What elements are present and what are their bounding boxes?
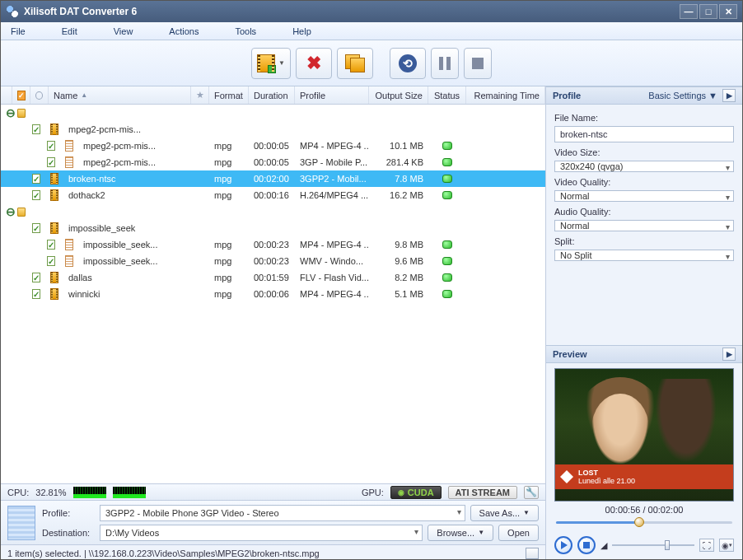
filename-label: File Name: <box>554 113 734 123</box>
row-duration: 00:00:05 <box>249 138 295 154</box>
maximize-button[interactable]: □ <box>699 4 717 19</box>
row-checkbox[interactable]: ✓ <box>27 121 45 138</box>
gpu-label: GPU: <box>362 488 384 497</box>
tree-expander[interactable]: ⊖ <box>1 203 12 220</box>
stop-playback-button[interactable] <box>577 536 596 554</box>
col-format[interactable]: Format <box>209 86 249 104</box>
row-checkbox[interactable]: ✓ <box>42 154 60 170</box>
menu-tools[interactable]: Tools <box>235 26 256 36</box>
row-checkbox[interactable] <box>12 203 30 220</box>
preview-expand-button[interactable]: ▶ <box>722 348 736 361</box>
tree-expander[interactable] <box>1 138 12 154</box>
row-status <box>428 220 466 236</box>
tree-expander[interactable] <box>1 121 12 138</box>
video-icon <box>50 222 58 234</box>
remove-button[interactable]: ✖ <box>296 48 332 79</box>
profile-select[interactable]: 3GPP2 - Mobile Phone 3GP Video - Stereo <box>100 505 465 521</box>
cuda-badge[interactable]: ◉ CUDA <box>390 486 442 499</box>
table-row[interactable]: ✓dothack2mpg00:00:16H.264/MPEG4 ...16.2 … <box>1 187 545 203</box>
close-button[interactable]: ✕ <box>719 4 737 19</box>
table-row[interactable]: ✓impossible_seek...mpg00:00:23WMV - Wind… <box>1 253 545 269</box>
list-view-icon[interactable] <box>526 548 539 559</box>
menu-actions[interactable]: Actions <box>169 26 199 36</box>
video-icon <box>50 288 58 300</box>
tree-expander[interactable] <box>1 269 12 286</box>
stop-button[interactable] <box>464 48 492 79</box>
table-row[interactable]: ⊖ <box>1 105 545 121</box>
tree-expander[interactable] <box>1 236 12 253</box>
menu-view[interactable]: View <box>114 26 133 36</box>
row-duration <box>249 220 295 236</box>
col-check[interactable]: ✓ <box>12 86 30 104</box>
destination-select[interactable]: D:\My Videos <box>100 525 423 541</box>
col-output-size[interactable]: Output Size <box>369 86 428 104</box>
col-duration[interactable]: Duration <box>249 86 295 104</box>
table-row[interactable]: ⊖ <box>1 203 545 220</box>
col-status[interactable]: Status <box>428 86 466 104</box>
destination-label: Destination: <box>42 528 95 538</box>
row-checkbox[interactable]: ✓ <box>27 187 45 203</box>
row-checkbox[interactable]: ✓ <box>27 170 45 187</box>
settings-button[interactable]: 🔧 <box>524 486 539 499</box>
row-checkbox[interactable]: ✓ <box>42 253 60 269</box>
menu-file[interactable]: File <box>11 26 26 36</box>
tree-expander[interactable] <box>1 154 12 170</box>
menu-help[interactable]: Help <box>292 26 311 36</box>
seek-slider[interactable] <box>556 518 732 526</box>
row-status <box>428 253 466 269</box>
table-row[interactable]: ✓impossible_seek...mpg00:00:23MP4 - MPEG… <box>1 236 545 253</box>
audioquality-select[interactable]: Normal <box>554 220 734 231</box>
open-button[interactable]: Open <box>498 525 539 541</box>
volume-slider[interactable] <box>612 542 694 548</box>
row-checkbox[interactable]: ✓ <box>27 269 45 286</box>
col-profile[interactable]: Profile <box>295 86 369 104</box>
tree-expander[interactable] <box>1 220 12 236</box>
tree-expander[interactable] <box>1 253 12 269</box>
filename-input[interactable]: broken-ntsc <box>554 126 734 142</box>
row-format <box>209 220 249 236</box>
snapshot-button[interactable]: ◉▾ <box>719 539 734 552</box>
status-ok-icon <box>442 158 452 166</box>
table-row[interactable]: ✓winnickimpg00:00:06MP4 - MPEG-4 ...5.1 … <box>1 286 545 302</box>
preview-video[interactable]: LOST Lunedì alle 21.00 <box>554 368 734 502</box>
tree-expander[interactable] <box>1 187 12 203</box>
menu-edit[interactable]: Edit <box>62 26 77 36</box>
col-name[interactable]: Name▲ <box>49 86 191 104</box>
tree-expander[interactable] <box>1 286 12 302</box>
table-row[interactable]: ✓mpeg2-pcm-mis...mpg00:00:05MP4 - MPEG-4… <box>1 138 545 154</box>
split-select[interactable]: No Split <box>554 250 734 261</box>
browse-button[interactable]: Browse...▼ <box>428 525 493 541</box>
add-file-button[interactable]: ▼ <box>251 48 291 79</box>
row-checkbox[interactable]: ✓ <box>27 220 45 236</box>
file-list[interactable]: ⊖✓mpeg2-pcm-mis...✓mpeg2-pcm-mis...mpg00… <box>1 105 545 483</box>
row-checkbox[interactable]: ✓ <box>42 138 60 154</box>
col-remaining[interactable]: Remaining Time <box>466 86 545 104</box>
save-as-button[interactable]: Save As...▼ <box>470 505 539 521</box>
tree-expander[interactable] <box>1 170 12 187</box>
tree-expander[interactable]: ⊖ <box>1 105 12 121</box>
row-checkbox[interactable]: ✓ <box>42 236 60 253</box>
pause-button[interactable] <box>431 48 459 79</box>
table-row[interactable]: ✓impossible_seek <box>1 220 545 236</box>
col-type[interactable] <box>30 86 49 104</box>
add-profile-button[interactable] <box>337 48 373 79</box>
table-row[interactable]: ✓mpeg2-pcm-mis... <box>1 121 545 138</box>
row-duration <box>249 203 295 220</box>
volume-icon[interactable]: ◢ <box>600 540 607 551</box>
panel-expand-button[interactable]: ▶ <box>722 89 736 102</box>
videosize-select[interactable]: 320x240 (qvga) <box>554 161 734 172</box>
videoquality-select[interactable]: Normal <box>554 190 734 202</box>
row-checkbox[interactable] <box>12 105 30 121</box>
minimize-button[interactable]: — <box>680 4 698 19</box>
col-star[interactable]: ★ <box>191 86 209 104</box>
basic-settings-link[interactable]: Basic Settings ▼ <box>648 91 717 100</box>
convert-button[interactable]: ⟲ <box>390 48 426 79</box>
multi-film-icon <box>345 54 365 72</box>
ati-badge[interactable]: ATI STREAM <box>448 486 517 499</box>
table-row[interactable]: ✓dallasmpg00:01:59FLV - Flash Vid...8.2 … <box>1 269 545 286</box>
row-checkbox[interactable]: ✓ <box>27 286 45 302</box>
table-row[interactable]: ✓mpeg2-pcm-mis...mpg00:00:053GP - Mobile… <box>1 154 545 170</box>
fullscreen-button[interactable]: ⛶ <box>699 539 714 552</box>
table-row[interactable]: ✓broken-ntscmpg00:02:003GPP2 - Mobil...7… <box>1 170 545 187</box>
play-button[interactable] <box>554 536 572 554</box>
